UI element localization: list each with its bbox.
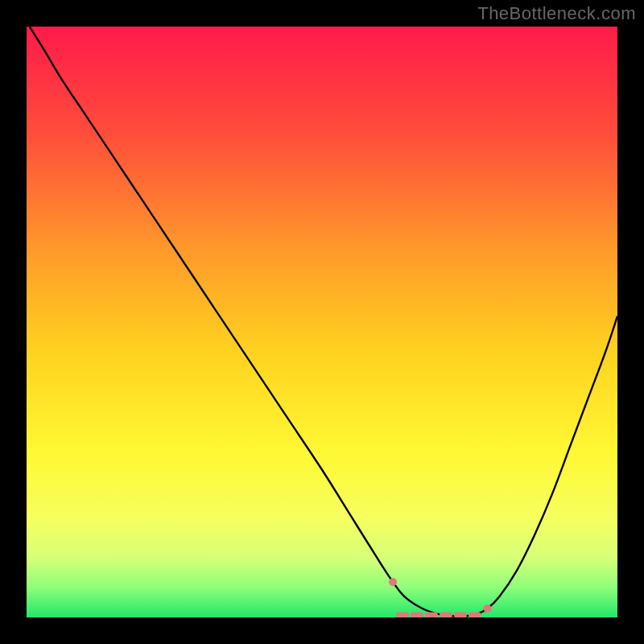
chart-frame: TheBottleneck.com [0, 0, 644, 644]
gradient-background [27, 27, 617, 617]
plot-area [27, 27, 617, 617]
plot-svg [27, 27, 617, 617]
highlight-dot [484, 605, 492, 613]
attribution-label: TheBottleneck.com [477, 3, 636, 24]
highlight-dot [389, 578, 397, 586]
